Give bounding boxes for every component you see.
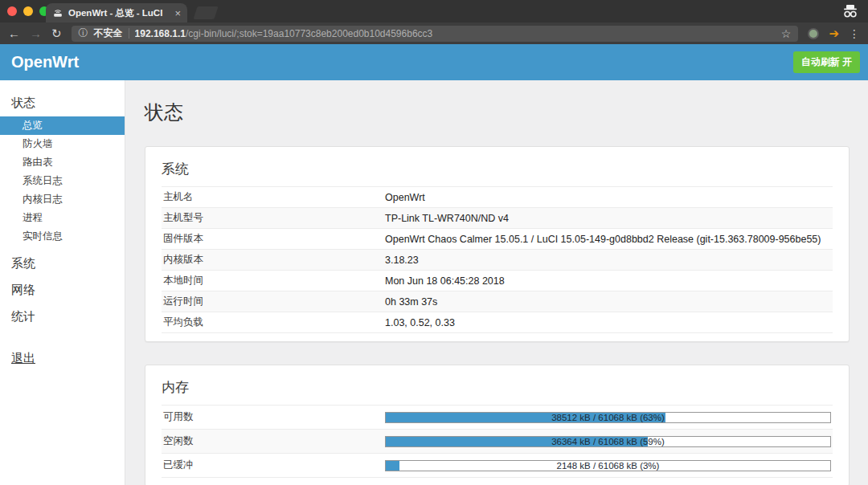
row-label: 已缓冲 [162,459,385,472]
url-text: 192.168.1.1/cgi-bin/luci/;stok=19aa10773… [135,28,433,39]
browser-tab-strip: OpenWrt - 总览 - LuCI × [0,0,868,22]
row-value: TP-Link TL-WR740N/ND v4 [385,210,833,227]
browser-tab[interactable]: OpenWrt - 总览 - LuCI × [46,3,187,22]
memory-panel: 内存 可用数 38512 kB / 61068 kB (63%) 空闲数 [145,365,850,485]
security-label: 不安全 [94,26,123,40]
row-value: OpenWrt [385,189,833,206]
browser-address-bar: ← → ↻ ⓘ 不安全 192.168.1.1/cgi-bin/luci/;st… [0,22,868,44]
row-label: 内核版本 [162,250,385,270]
screen: OpenWrt - 总览 - LuCI × ← → ↻ ⓘ 不安全 192.16… [0,0,868,485]
table-row-load-average: 平均负载 1.03, 0.52, 0.33 [162,312,833,333]
sidebar-item-kernel-log[interactable]: 内核日志 [0,190,125,209]
new-tab-button[interactable] [193,6,218,19]
tab-close-icon[interactable]: × [174,7,181,19]
page-body: 状态 总览 防火墙 路由表 系统日志 内核日志 进程 实时信息 系统 网络 统计… [0,80,868,485]
row-label: 空闲数 [162,434,385,448]
forward-icon[interactable]: → [30,27,42,39]
memory-buffered-bar: 2148 kB / 61068 kB (3%) [385,460,831,471]
row-label: 主机型号 [162,208,385,228]
omnibox-divider [129,28,129,39]
memory-row-available: 可用数 38512 kB / 61068 kB (63%) [162,405,833,429]
row-value: OpenWrt Chaos Calmer 15.05.1 / LuCI 15.0… [385,230,833,248]
memory-row-buffered: 已缓冲 2148 kB / 61068 kB (3%) [162,453,833,478]
sidebar-section-network[interactable]: 网络 [0,277,125,304]
tab-title: OpenWrt - 总览 - LuCI [68,7,171,19]
sidebar-item-processes[interactable]: 进程 [0,209,125,227]
memory-panel-title: 内存 [162,375,833,405]
row-label: 主机名 [162,187,385,207]
row-label: 可用数 [162,410,385,424]
row-value: Mon Jun 18 06:45:28 2018 [385,272,833,290]
table-row-uptime: 运行时间 0h 33m 37s [162,291,833,312]
browser-menu-icon[interactable]: ⋮ [849,27,860,40]
sidebar-item-routes[interactable]: 路由表 [0,153,125,172]
bar-value: 38512 kB / 61068 kB (63%) [386,413,830,422]
row-value: 3.18.23 [385,251,833,269]
incognito-icon [842,4,858,18]
window-controls [7,6,49,16]
back-icon[interactable]: ← [8,27,20,39]
table-row-local-time: 本地时间 Mon Jun 18 06:45:28 2018 [162,270,833,291]
sidebar-section-status[interactable]: 状态 [0,90,125,116]
table-row-firmware: 固件版本 OpenWrt Chaos Calmer 15.05.1 / LuCI… [162,228,833,249]
luci-header: OpenWrt 自动刷新 开 [0,44,868,80]
minimize-window-button[interactable] [23,6,33,16]
sidebar-section-statistics[interactable]: 统计 [0,304,125,330]
sidebar-item-realtime[interactable]: 实时信息 [0,227,125,246]
sidebar: 状态 总览 防火墙 路由表 系统日志 内核日志 进程 实时信息 系统 网络 统计… [0,80,125,485]
sidebar-item-firewall[interactable]: 防火墙 [0,135,125,153]
bar-value: 36364 kB / 61068 kB (59%) [386,437,830,446]
reload-icon[interactable]: ↻ [51,27,62,39]
auto-refresh-toggle[interactable]: 自动刷新 开 [793,51,860,73]
main-content: 状态 系统 主机名 OpenWrt 主机型号 TP-Link TL-WR740N… [125,80,868,485]
sidebar-item-system-log[interactable]: 系统日志 [0,172,125,190]
row-label: 本地时间 [162,271,385,291]
logout-link[interactable]: 退出 [0,351,125,366]
table-row-model: 主机型号 TP-Link TL-WR740N/ND v4 [162,207,833,228]
row-value: 1.03, 0.52, 0.33 [385,314,833,332]
system-table: 主机名 OpenWrt 主机型号 TP-Link TL-WR740N/ND v4… [162,186,833,333]
memory-row-free: 空闲数 36364 kB / 61068 kB (59%) [162,429,833,453]
router-favicon-icon [52,7,63,18]
table-row-hostname: 主机名 OpenWrt [162,186,833,207]
info-icon[interactable]: ⓘ [79,26,88,40]
row-label: 固件版本 [162,229,385,249]
memory-free-bar: 36364 kB / 61068 kB (59%) [385,436,831,447]
bookmark-star-icon[interactable]: ☆ [781,27,792,40]
sidebar-item-overview[interactable]: 总览 [0,116,125,135]
proxy-arrow-extension-icon[interactable]: ➔ [829,26,839,41]
url-host: 192.168.1.1 [135,28,186,39]
row-value: 0h 33m 37s [385,293,833,311]
extension-circle-icon[interactable] [808,28,819,39]
row-label: 平均负载 [162,312,385,332]
memory-available-bar: 38512 kB / 61068 kB (63%) [385,412,831,423]
bar-value: 2148 kB / 61068 kB (3%) [386,461,830,471]
memory-table: 可用数 38512 kB / 61068 kB (63%) 空闲数 36364 … [162,405,833,478]
system-panel-title: 系统 [162,157,833,186]
close-window-button[interactable] [7,6,17,16]
sidebar-section-system[interactable]: 系统 [0,251,125,277]
row-label: 运行时间 [162,291,385,312]
table-row-kernel: 内核版本 3.18.23 [162,249,833,270]
url-input[interactable]: ⓘ 不安全 192.168.1.1/cgi-bin/luci/;stok=19a… [72,26,799,42]
page-title: 状态 [145,100,850,125]
brand-title: OpenWrt [11,53,79,71]
system-panel: 系统 主机名 OpenWrt 主机型号 TP-Link TL-WR740N/ND… [145,146,850,342]
url-path: /cgi-bin/luci/;stok=19aa10773c8eb200ed0b… [186,28,432,39]
